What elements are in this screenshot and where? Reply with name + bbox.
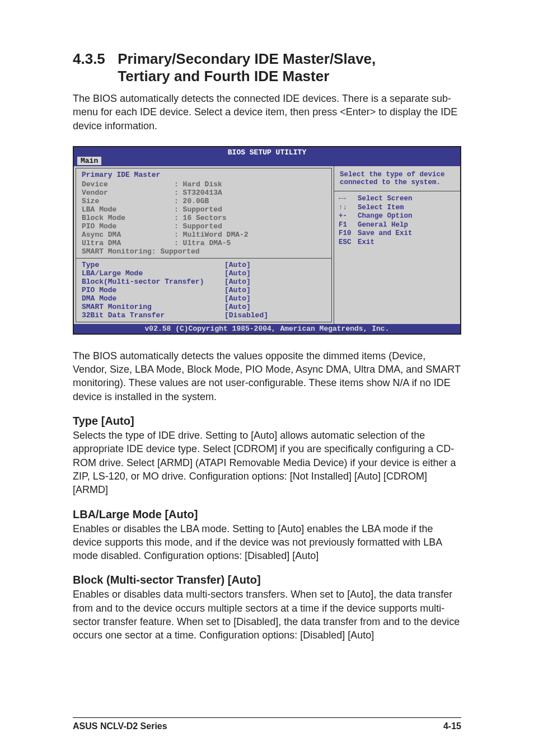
page-footer: ASUS NCLV-D2 Series 4-15 (73, 717, 461, 731)
type-heading: Type [Auto] (73, 415, 461, 428)
bios-dimmed-label: Block Mode (82, 214, 174, 222)
bios-inner-panel: Primary IDE Master Device: Hard Disk Ven… (76, 168, 332, 322)
bios-dimmed-label: Size (82, 197, 174, 205)
section-number: 4.3.5 (73, 50, 105, 68)
bios-setting-row[interactable]: DMA Mode[Auto] (82, 294, 326, 303)
bios-setting-row[interactable]: LBA/Large Mode[Auto] (82, 269, 326, 278)
footer-left: ASUS NCLV-D2 Series (73, 721, 167, 731)
bios-dimmed-value: : Supported (174, 205, 222, 214)
f1-key-label: F1 (339, 221, 358, 230)
bios-tab-main[interactable]: Main (77, 157, 101, 165)
lba-body: Enables or disables the LBA mode. Settin… (73, 522, 461, 563)
bios-title-bar: BIOS SETUP UTILITY (74, 147, 460, 157)
bios-setting-row[interactable]: 32Bit Data Transfer[Disabled] (82, 311, 326, 320)
type-body: Selects the type of IDE drive. Setting t… (73, 429, 461, 496)
bios-nav-row: F1General Help (339, 221, 456, 230)
bios-dimmed-label: Vendor (82, 189, 174, 197)
after-bios-paragraph: The BIOS automatically detects the value… (73, 349, 461, 403)
bios-setting-row[interactable]: SMART Monitoring[Auto] (82, 303, 326, 311)
bios-nav-row: ↑↓Select Item (339, 204, 456, 213)
footer-page-number: 4-15 (443, 721, 461, 731)
bios-dimmed-value: : Supported (174, 222, 222, 231)
bios-nav-label: Select Item (358, 204, 404, 213)
bios-dimmed-label: Device (82, 180, 174, 189)
plus-minus-icon: +- (339, 212, 358, 221)
bios-nav-label: Select Screen (358, 195, 413, 204)
bios-dimmed-label: Async DMA (82, 231, 174, 239)
bios-dimmed-row: Async DMA: MultiWord DMA-2 (82, 231, 326, 239)
bios-nav-row: F10Save and Exit (339, 229, 456, 238)
bios-setting-label: SMART Monitoring (82, 303, 224, 311)
bios-setting-value: [Auto] (224, 286, 251, 294)
bios-setting-label: 32Bit Data Transfer (82, 311, 224, 320)
bios-dimmed-row: Block Mode: 16 Sectors (82, 214, 326, 222)
bios-nav-legend: ←→Select Screen ↑↓Select Item +-Change O… (334, 191, 460, 251)
bios-dimmed-row: Ultra DMA: Ultra DMA-5 (82, 239, 326, 247)
bios-setting-row[interactable]: Type[Auto] (82, 261, 326, 269)
arrow-up-down-icon: ↑↓ (339, 204, 358, 213)
section-title-line2: Tertiary and Fourth IDE Master (118, 68, 329, 84)
intro-paragraph: The BIOS automatically detects the conne… (73, 92, 461, 133)
section-title: Primary/Secondary IDE Master/Slave, Tert… (118, 50, 376, 85)
bios-nav-row: ←→Select Screen (339, 195, 456, 204)
bios-nav-label: Save and Exit (358, 229, 413, 238)
bios-setting-value: [Auto] (224, 294, 251, 303)
bios-nav-label: Change Option (358, 212, 413, 221)
bios-dimmed-value: : Ultra DMA-5 (174, 239, 231, 247)
block-heading: Block (Multi-sector Transfer) [Auto] (73, 574, 461, 586)
esc-key-label: ESC (339, 238, 358, 247)
bios-body: Primary IDE Master Device: Hard Disk Ven… (74, 166, 460, 324)
bios-dimmed-label: LBA Mode (82, 205, 174, 214)
bios-help-text: Select the type of device connected to t… (334, 166, 460, 191)
bios-dimmed-value: : 16 Sectors (174, 214, 227, 222)
lba-heading: LBA/Large Mode [Auto] (73, 508, 461, 521)
bios-dimmed-row: Size: 20.0GB (82, 197, 326, 205)
bios-nav-label: Exit (358, 238, 374, 247)
bios-dimmed-value: : 20.0GB (174, 197, 209, 205)
bios-dimmed-row: Vendor: ST320413A (82, 189, 326, 197)
bios-setting-value: [Auto] (224, 303, 251, 311)
bios-dimmed-label: Ultra DMA (82, 239, 174, 247)
bios-dimmed-value: : Hard Disk (174, 180, 222, 189)
bios-setting-label: DMA Mode (82, 294, 224, 303)
bios-left-panel: Primary IDE Master Device: Hard Disk Ven… (74, 166, 334, 324)
block-body: Enables or disables data multi-sectors t… (73, 588, 461, 642)
bios-setting-value: [Auto] (224, 269, 251, 278)
bios-dimmed-row: PIO Mode: Supported (82, 222, 326, 231)
f10-key-label: F10 (339, 229, 358, 238)
bios-dimmed-label: PIO Mode (82, 222, 174, 231)
bios-setting-row[interactable]: PIO Mode[Auto] (82, 286, 326, 294)
bios-setting-value: [Auto] (224, 278, 251, 286)
bios-dimmed-value: : ST320413A (174, 189, 222, 197)
section-title-line1: Primary/Secondary IDE Master/Slave, (118, 50, 376, 67)
bios-setting-label: PIO Mode (82, 286, 224, 294)
bios-dimmed-row: SMART Monitoring: Supported (82, 247, 326, 256)
bios-dimmed-value: : MultiWord DMA-2 (174, 231, 249, 239)
bios-nav-row: +-Change Option (339, 212, 456, 221)
bios-setting-label: Block(Multi-sector Transfer) (82, 278, 224, 286)
arrow-left-right-icon: ←→ (339, 195, 358, 204)
bios-nav-row: ESCExit (339, 238, 456, 247)
bios-tab-bar: Main (74, 157, 460, 166)
bios-nav-label: General Help (358, 221, 408, 230)
bios-footer-copyright: v02.58 (C)Copyright 1985-2004, American … (74, 324, 460, 334)
bios-window: BIOS SETUP UTILITY Main Primary IDE Mast… (73, 146, 461, 335)
bios-setting-row[interactable]: Block(Multi-sector Transfer)[Auto] (82, 278, 326, 286)
bios-setting-value: [Auto] (224, 261, 251, 269)
bios-settings: Type[Auto] LBA/Large Mode[Auto] Block(Mu… (76, 258, 331, 322)
bios-dimmed-label: SMART Monitoring: Supported (82, 247, 174, 256)
bios-setting-label: LBA/Large Mode (82, 269, 224, 278)
bios-dimmed-row: Device: Hard Disk (82, 180, 326, 189)
bios-panel-header: Primary IDE Master (76, 168, 331, 180)
bios-right-panel: Select the type of device connected to t… (334, 166, 460, 324)
bios-dimmed-row: LBA Mode: Supported (82, 205, 326, 214)
bios-setting-value: [Disabled] (224, 311, 268, 320)
bios-dimmed-info: Device: Hard Disk Vendor: ST320413A Size… (76, 180, 331, 258)
section-header: 4.3.5 Primary/Secondary IDE Master/Slave… (73, 50, 461, 85)
bios-setting-label: Type (82, 261, 224, 269)
